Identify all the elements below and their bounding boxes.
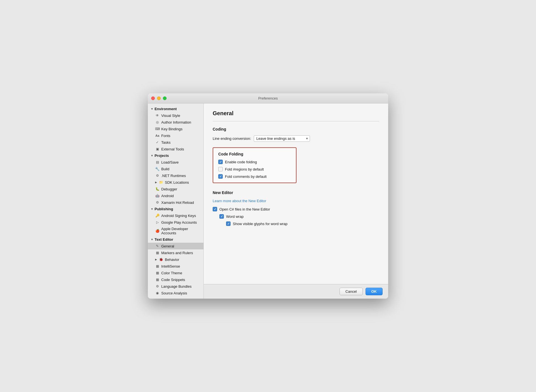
coding-section: Coding Line ending conversion: Leave lin… — [213, 127, 379, 142]
source-analysis-icon: ◉ — [155, 291, 160, 295]
minimize-button[interactable] — [157, 96, 161, 100]
sidebar-section-publishing-label: Publishing — [155, 207, 173, 211]
projects-items: ▤ Load/Save 🔧 Build ⚙ .NET Runtimes ▶ 📁 … — [148, 159, 203, 206]
key-bindings-label: Key Bindings — [161, 127, 182, 131]
sidebar-item-visual-style[interactable]: 👁 Visual Style — [148, 112, 203, 119]
content-area: ▼ Environment 👁 Visual Style ◎ Author In… — [148, 103, 388, 299]
ok-button[interactable]: OK — [366, 288, 383, 295]
sidebar-item-build[interactable]: 🔧 Build — [148, 166, 203, 172]
show-glyphs-checkbox[interactable] — [226, 221, 231, 226]
environment-items: 👁 Visual Style ◎ Author Information ⌨ Ke… — [148, 112, 203, 152]
sidebar-item-language-bundles[interactable]: ⚙ Language Bundles — [148, 283, 203, 290]
author-info-label: Author Information — [161, 120, 191, 124]
sidebar-item-apple-developer-accounts[interactable]: 🍎 Apple Developer Accounts — [148, 226, 203, 236]
fold-comments-label: Fold comments by default — [225, 174, 267, 179]
sidebar-item-sdk-locations[interactable]: ▶ 📁 SDK Locations — [148, 179, 203, 186]
text-editor-items: ✎ General ▦ Markers and Rulers ▶ 🐞 Behav… — [148, 243, 203, 296]
preferences-window: Preferences ▼ Environment 👁 Visual Style… — [148, 93, 388, 299]
fonts-icon: Aa — [155, 133, 160, 138]
word-wrap-checkbox[interactable] — [219, 214, 224, 219]
window-controls — [151, 96, 167, 100]
sidebar-section-publishing[interactable]: ▼ Publishing — [148, 206, 203, 212]
intellisense-icon: ▦ — [155, 264, 160, 268]
sidebar-item-code-snippets[interactable]: ▦ Code Snippets — [148, 276, 203, 283]
markers-rulers-icon: ▦ — [155, 251, 160, 255]
sidebar-item-tasks[interactable]: ✓ Tasks — [148, 139, 203, 146]
xamarin-hot-reload-icon: ⚙ — [155, 200, 160, 205]
source-analysis-label: Source Analysis — [161, 291, 187, 295]
sidebar-section-environment[interactable]: ▼ Environment — [148, 106, 203, 112]
sidebar-item-android-signing-keys[interactable]: 🔑 Android Signing Keys — [148, 212, 203, 219]
sidebar-item-behavior[interactable]: ▶ 🐞 Behavior — [148, 256, 203, 263]
publishing-arrow-icon: ▼ — [151, 207, 153, 211]
sidebar-item-fonts[interactable]: Aa Fonts — [148, 132, 203, 139]
main-panel: General Coding Line ending conversion: L… — [204, 103, 388, 299]
xamarin-hot-reload-label: Xamarin Hot Reload — [161, 200, 194, 205]
sidebar-item-external-tools[interactable]: ▣ External Tools — [148, 146, 203, 152]
android-label: Android — [161, 194, 174, 198]
sidebar-item-author-information[interactable]: ◎ Author Information — [148, 119, 203, 126]
fold-regions-checkbox[interactable] — [218, 167, 223, 171]
enable-folding-label: Enable code folding — [225, 160, 257, 164]
sidebar-item-google-play-accounts[interactable]: ▷ Google Play Accounts — [148, 219, 203, 226]
visual-style-label: Visual Style — [161, 114, 180, 118]
external-tools-label: External Tools — [161, 147, 184, 151]
line-ending-select[interactable]: Leave line endings as is Convert to Unix… — [254, 135, 310, 142]
line-ending-row: Line ending conversion: Leave line endin… — [213, 135, 379, 142]
coding-section-title: Coding — [213, 127, 379, 131]
behavior-icon: 🐞 — [159, 257, 163, 262]
code-snippets-label: Code Snippets — [161, 278, 185, 282]
behavior-sub-arrow-icon: ▶ — [155, 258, 157, 261]
maximize-button[interactable] — [163, 96, 167, 100]
google-play-icon: ▷ — [155, 220, 160, 225]
fold-regions-label: Fold #regions by default — [225, 167, 264, 171]
external-tools-icon: ▣ — [155, 147, 160, 151]
key-bindings-icon: ⌨ — [155, 127, 160, 131]
learn-more-link[interactable]: Learn more about the New Editor — [213, 199, 266, 203]
sidebar-item-markers-rulers[interactable]: ▦ Markers and Rulers — [148, 249, 203, 256]
sidebar-section-projects[interactable]: ▼ Projects — [148, 152, 203, 159]
open-csharp-checkbox[interactable] — [213, 207, 217, 211]
sidebar-item-net-runtimes[interactable]: ⚙ .NET Runtimes — [148, 172, 203, 179]
word-wrap-label: Word wrap — [226, 214, 244, 219]
titlebar: Preferences — [148, 93, 388, 103]
sidebar-item-source-analysis[interactable]: ◉ Source Analysis — [148, 290, 203, 296]
sidebar: ▼ Environment 👁 Visual Style ◎ Author In… — [148, 103, 204, 299]
fold-comments-checkbox[interactable] — [218, 174, 223, 179]
language-bundles-label: Language Bundles — [161, 284, 191, 289]
apple-developer-icon: 🍎 — [155, 229, 160, 233]
behavior-label: Behavior — [165, 258, 179, 262]
sidebar-item-debugger[interactable]: 🐛 Debugger — [148, 186, 203, 192]
google-play-accounts-label: Google Play Accounts — [161, 220, 197, 225]
text-editor-arrow-icon: ▼ — [151, 238, 153, 241]
debugger-icon: 🐛 — [155, 187, 160, 191]
markers-rulers-label: Markers and Rulers — [161, 251, 193, 255]
publishing-items: 🔑 Android Signing Keys ▷ Google Play Acc… — [148, 212, 203, 236]
sidebar-item-intellisense[interactable]: ▦ IntelliSense — [148, 263, 203, 270]
sidebar-section-text-editor[interactable]: ▼ Text Editor — [148, 236, 203, 243]
word-wrap-row: Word wrap — [219, 214, 379, 219]
tasks-label: Tasks — [161, 140, 170, 145]
fold-regions-row: Fold #regions by default — [218, 167, 291, 171]
projects-arrow-icon: ▼ — [151, 154, 153, 157]
close-button[interactable] — [151, 96, 155, 100]
code-folding-box: Code Folding Enable code folding Fold #r… — [213, 147, 297, 183]
sidebar-item-xamarin-hot-reload[interactable]: ⚙ Xamarin Hot Reload — [148, 199, 203, 206]
line-ending-label: Line ending conversion: — [213, 136, 251, 141]
page-title: General — [213, 110, 379, 117]
arrow-icon: ▼ — [151, 107, 153, 110]
android-signing-keys-label: Android Signing Keys — [161, 214, 196, 218]
load-save-label: Load/Save — [161, 160, 179, 164]
sidebar-item-android[interactable]: 🤖 Android — [148, 192, 203, 199]
sidebar-item-color-theme[interactable]: ▦ Color Theme — [148, 270, 203, 276]
build-label: Build — [161, 167, 169, 171]
show-glyphs-label: Show visible glyphs for word wrap — [233, 222, 288, 226]
sidebar-item-load-save[interactable]: ▤ Load/Save — [148, 159, 203, 166]
build-icon: 🔧 — [155, 167, 160, 171]
cancel-button[interactable]: Cancel — [340, 288, 362, 295]
enable-folding-checkbox[interactable] — [218, 160, 223, 164]
tasks-icon: ✓ — [155, 140, 160, 145]
sdk-locations-label: SDK Locations — [165, 180, 189, 185]
sidebar-item-key-bindings[interactable]: ⌨ Key Bindings — [148, 126, 203, 132]
sidebar-item-general[interactable]: ✎ General — [148, 243, 203, 249]
